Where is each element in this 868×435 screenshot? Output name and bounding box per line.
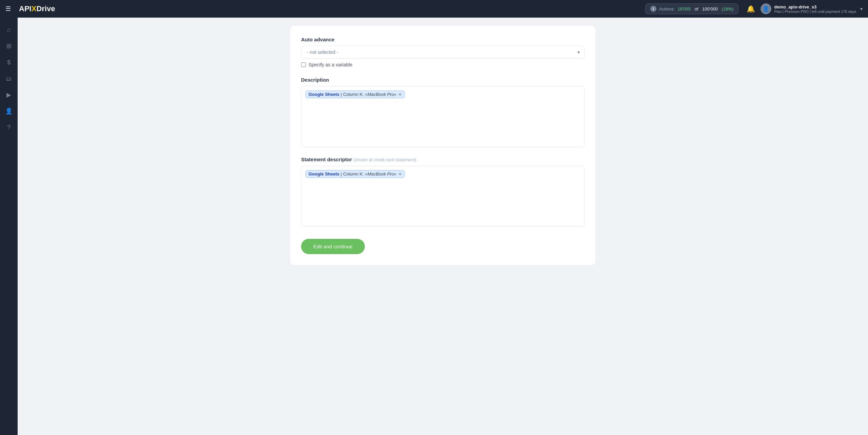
logo: APIXDrive — [19, 4, 55, 13]
description-section: Description Google Sheets | Column K: «M… — [301, 77, 585, 147]
statement-descriptor-section: Statement descriptor (shown at credit ca… — [301, 157, 585, 227]
auto-advance-placeholder: - not selected - — [307, 49, 338, 55]
description-tag: Google Sheets | Column K: «MacBook Pro»✕ — [305, 90, 405, 98]
actions-separator: of — [693, 6, 699, 12]
sidebar-item-briefcase[interactable]: 🗂 — [2, 72, 16, 85]
sidebar-item-play[interactable]: ▶ — [2, 88, 16, 102]
edit-continue-button[interactable]: Edit and continue — [301, 239, 365, 254]
menu-icon[interactable]: ☰ — [5, 5, 11, 13]
info-icon: i — [650, 6, 656, 12]
bell-icon[interactable]: 🔔 — [747, 5, 755, 13]
chevron-down-icon: ▾ — [860, 6, 863, 12]
logo-drive: Drive — [36, 4, 55, 13]
auto-advance-section: Auto advance - not selected - ▾ Specify … — [301, 37, 585, 67]
description-input-area[interactable]: Google Sheets | Column K: «MacBook Pro»✕ — [301, 86, 585, 147]
sidebar: ⌂ ⊞ $ 🗂 ▶ 👤 ? — [0, 18, 18, 435]
main-card: Auto advance - not selected - ▾ Specify … — [290, 26, 595, 265]
specify-variable-row: Specify as a variable — [301, 62, 585, 67]
user-info: demo_apix-drive_s3 Plan | Premium PRO | … — [774, 4, 856, 14]
user-plan: Plan | Premium PRO | left until payment … — [774, 9, 856, 14]
description-tag-separator: | Column K: — [341, 92, 364, 97]
statement-descriptor-input-area[interactable]: Google Sheets | Column K: «MacBook Pro»✕ — [301, 166, 585, 227]
sidebar-item-home[interactable]: ⌂ — [2, 23, 16, 37]
logo-x: X — [32, 4, 37, 13]
logo-api: API — [19, 4, 32, 13]
statement-descriptor-label: Statement descriptor (shown at credit ca… — [301, 157, 585, 162]
statement-tag-separator: | Column K: — [341, 171, 364, 177]
actions-count: 18'055 — [677, 6, 691, 12]
sidebar-item-help[interactable]: ? — [2, 121, 16, 134]
auto-advance-select-wrapper: - not selected - ▾ — [301, 46, 585, 59]
actions-badge: i Actions: 18'055 of 100'000 (18%) — [645, 3, 738, 14]
actions-total: 100'000 — [702, 6, 718, 12]
description-label: Description — [301, 77, 585, 83]
statement-descriptor-tag: Google Sheets | Column K: «MacBook Pro»✕ — [305, 170, 405, 178]
statement-tag-source: Google Sheets — [309, 171, 339, 177]
auto-advance-label: Auto advance — [301, 37, 585, 42]
avatar: 👤 — [761, 3, 771, 14]
statement-tag-close[interactable]: ✕ — [398, 172, 402, 177]
logo-text: APIXDrive — [19, 4, 55, 13]
sidebar-item-grid[interactable]: ⊞ — [2, 39, 16, 53]
actions-label: Actions: — [659, 6, 675, 12]
statement-descriptor-sublabel: (shown at credit card statement) — [353, 157, 416, 162]
user-area[interactable]: 👤 demo_apix-drive_s3 Plan | Premium PRO … — [761, 3, 863, 14]
content-area: Auto advance - not selected - ▾ Specify … — [18, 18, 868, 435]
statement-tag-value: «MacBook Pro» — [365, 171, 397, 177]
auto-advance-select[interactable]: - not selected - — [301, 46, 585, 59]
description-tag-value: «MacBook Pro» — [365, 92, 397, 97]
main-layout: ⌂ ⊞ $ 🗂 ▶ 👤 ? Auto advance - not selecte… — [0, 18, 868, 435]
specify-variable-label[interactable]: Specify as a variable — [309, 62, 352, 67]
description-tag-source: Google Sheets — [309, 92, 339, 97]
specify-variable-checkbox[interactable] — [301, 62, 306, 67]
user-name: demo_apix-drive_s3 — [774, 4, 856, 9]
sidebar-item-user[interactable]: 👤 — [2, 104, 16, 118]
description-tag-close[interactable]: ✕ — [398, 92, 402, 97]
sidebar-item-dollar[interactable]: $ — [2, 56, 16, 69]
actions-pct: (18%) — [721, 6, 733, 12]
topnav: ☰ APIXDrive i Actions: 18'055 of 100'000… — [0, 0, 868, 18]
